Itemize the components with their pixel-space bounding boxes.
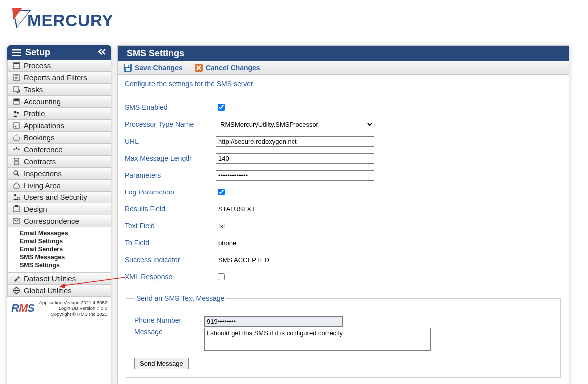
label-xml: XML Response	[125, 273, 216, 281]
home-icon	[12, 182, 21, 189]
svg-rect-34	[125, 64, 130, 67]
sidebar-item-contracts[interactable]: Contracts	[7, 156, 111, 168]
profile-icon	[12, 110, 21, 117]
mail-icon	[12, 217, 21, 225]
sidebar-item-tasks[interactable]: Tasks	[7, 84, 111, 96]
sidebar-item-label: Conference	[24, 145, 63, 154]
globe-icon	[12, 287, 21, 294]
svg-rect-16	[14, 123, 19, 128]
svg-line-24	[17, 174, 19, 176]
sidebar-item-inspections[interactable]: Inspections	[7, 168, 111, 180]
sidebar-item-global-utilities[interactable]: Global Utilities	[7, 285, 111, 297]
sidebar-item-livingarea[interactable]: Living Area	[7, 180, 111, 192]
sidebar-item-accounting[interactable]: Accounting	[7, 96, 111, 108]
user-lock-icon	[12, 193, 21, 201]
sidebar-item-applications[interactable]: Applications	[7, 120, 111, 132]
input-phone[interactable]	[204, 316, 343, 327]
label-phone: Phone Number	[134, 316, 204, 324]
contracts-icon	[12, 158, 21, 165]
textarea-message[interactable]	[204, 328, 431, 351]
svg-point-17	[15, 147, 17, 149]
mercury-logo: MERCURY	[7, 7, 569, 35]
sidebar-item-conference[interactable]: Conference	[7, 144, 111, 156]
sidebar-item-label: Global Utilities	[24, 286, 72, 295]
input-tofield[interactable]	[216, 238, 374, 248]
label-processor: Processor Type Name	[125, 120, 216, 128]
checkbox-xml[interactable]	[218, 273, 225, 280]
sidebar: Setup Process Reports and Filters Tasks …	[7, 45, 111, 384]
collapse-icon[interactable]	[97, 47, 106, 58]
footer-block: RMS Application Version 2021.4.8052 Logi…	[7, 297, 111, 322]
cancel-label: Cancel Changes	[206, 64, 260, 72]
svg-text:MERCURY: MERCURY	[27, 11, 114, 30]
applications-icon	[12, 122, 21, 129]
svg-rect-27	[14, 206, 19, 212]
svg-rect-36	[128, 65, 129, 67]
label-maxlen: Max Message Length	[125, 154, 216, 162]
label-message: Message	[134, 328, 204, 336]
input-success[interactable]	[216, 255, 374, 265]
svg-point-18	[13, 148, 15, 150]
svg-rect-3	[12, 55, 21, 56]
input-results[interactable]	[216, 204, 374, 214]
send-message-button[interactable]: Send Message	[134, 358, 189, 369]
setup-header[interactable]: Setup	[7, 45, 111, 60]
submenu-email-messages[interactable]: Email Messages	[8, 229, 111, 237]
sidebar-item-label: Bookings	[24, 133, 55, 142]
sidebar-item-label: Accounting	[24, 97, 61, 106]
svg-rect-5	[14, 63, 19, 64]
rms-logo: RMS	[11, 302, 34, 315]
sidebar-item-process[interactable]: Process	[7, 60, 111, 72]
input-params[interactable]	[216, 170, 374, 181]
tools-icon	[12, 275, 21, 282]
sidebar-item-reports[interactable]: Reports and Filters	[7, 72, 111, 84]
label-params: Parameters	[125, 171, 216, 179]
bookings-icon	[12, 134, 21, 141]
submenu-email-senders[interactable]: Email Senders	[8, 245, 111, 253]
input-url[interactable]	[216, 136, 374, 147]
sidebar-item-label: Reports and Filters	[24, 73, 87, 82]
svg-rect-13	[14, 99, 19, 101]
panel-title: SMS Settings	[118, 46, 569, 61]
main-panel: SMS Settings Save Changes Cancel Changes…	[117, 45, 569, 384]
reports-icon	[12, 74, 21, 81]
select-processor[interactable]: RMSMercuryUtility.SMSProcessor	[216, 119, 374, 130]
sidebar-item-label: Inspections	[24, 169, 62, 178]
sidebar-item-label: Profile	[24, 109, 45, 118]
save-label: Save Changes	[135, 64, 183, 72]
input-maxlen[interactable]	[216, 153, 374, 164]
design-icon	[12, 205, 21, 213]
checkbox-sms-enabled[interactable]	[218, 104, 225, 111]
svg-rect-35	[126, 68, 130, 71]
sidebar-item-users[interactable]: Users and Security	[7, 192, 111, 203]
sidebar-item-label: Design	[24, 205, 47, 213]
save-icon	[123, 63, 133, 73]
input-textfield[interactable]	[216, 221, 374, 231]
accounting-icon	[12, 98, 21, 105]
sidebar-item-dataset-utilities[interactable]: Dataset Utilities	[7, 273, 111, 285]
fieldset-legend: Send an SMS Text Message	[134, 294, 226, 302]
sidebar-item-design[interactable]: Design	[7, 203, 111, 215]
sidebar-item-label: Tasks	[24, 85, 43, 94]
sidebar-item-label: Contracts	[24, 157, 56, 166]
svg-point-23	[14, 171, 18, 175]
label-url: URL	[125, 137, 216, 145]
cancel-button[interactable]: Cancel Changes	[194, 63, 260, 73]
sidebar-item-label: Users and Security	[24, 193, 87, 201]
submenu-sms-settings[interactable]: SMS Settings	[8, 261, 111, 269]
label-logparams: Log Parameters	[125, 188, 216, 196]
process-icon	[12, 62, 21, 69]
sidebar-item-profile[interactable]: Profile	[7, 108, 111, 120]
tasks-icon	[12, 86, 21, 93]
sidebar-item-label: Correspondence	[24, 217, 79, 225]
save-button[interactable]: Save Changes	[123, 63, 183, 73]
sidebar-item-bookings[interactable]: Bookings	[7, 132, 111, 144]
submenu-email-settings[interactable]: Email Settings	[8, 237, 111, 245]
svg-rect-10	[14, 86, 18, 92]
intro-text: Configure the settings for the SMS serve…	[125, 80, 562, 88]
sidebar-item-label: Applications	[24, 121, 64, 130]
checkbox-logparams[interactable]	[218, 189, 225, 195]
sidebar-item-correspondence[interactable]: Correspondence	[7, 215, 111, 227]
submenu-sms-messages[interactable]: SMS Messages	[8, 253, 111, 261]
svg-rect-2	[12, 52, 21, 53]
